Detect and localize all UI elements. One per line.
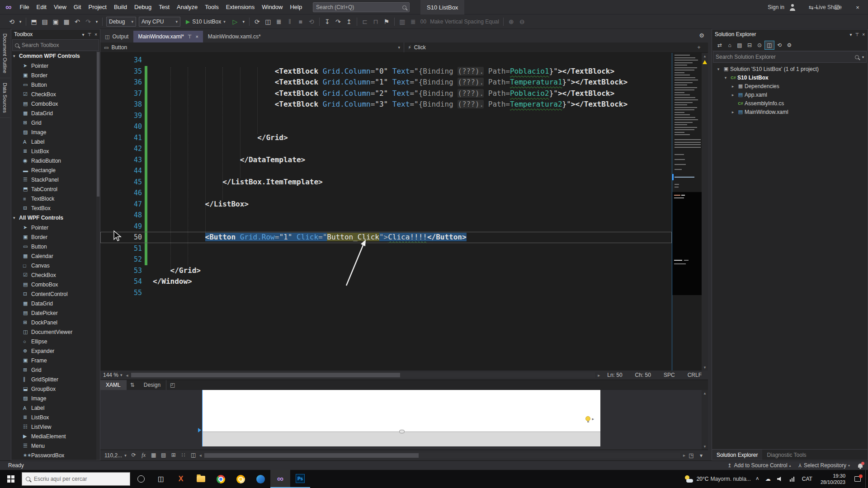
show-all-files-icon[interactable]: ⊙ bbox=[755, 41, 764, 50]
toolbox-item-stackpanel[interactable]: ☰StackPanel bbox=[11, 175, 100, 184]
code-line[interactable]: 35 <TextBlock Grid.Column="0" Text="{Bin… bbox=[100, 66, 672, 77]
find-in-files-icon[interactable]: ≣ bbox=[274, 16, 284, 27]
user-avatar-icon[interactable] bbox=[789, 4, 796, 11]
toolbox-item-textblock[interactable]: ≡TextBlock bbox=[11, 194, 100, 203]
tab-design[interactable]: Design bbox=[138, 380, 166, 390]
run-dropdown-icon[interactable]: ▾ bbox=[241, 16, 246, 27]
chevron-down-icon[interactable]: ▾ bbox=[82, 32, 84, 37]
toolbox-item-combobox[interactable]: ▤ComboBox bbox=[11, 280, 100, 289]
toolbox-item-datepicker[interactable]: ▤DatePicker bbox=[11, 308, 100, 318]
open-file-icon[interactable]: ▤ bbox=[40, 16, 50, 27]
toolbox-item-listbox[interactable]: ≣ListBox bbox=[11, 413, 100, 422]
navigation-dropdown-icon[interactable]: ▾ bbox=[18, 16, 23, 27]
bookmark-icon[interactable]: ⚑ bbox=[382, 16, 392, 27]
lightbulb-action[interactable]: ▸ bbox=[585, 416, 594, 421]
collapse-all-icon[interactable]: ⊟ bbox=[745, 41, 755, 50]
menu-git[interactable]: Git bbox=[70, 0, 85, 14]
onedrive-cloud-icon[interactable]: ☁ bbox=[765, 476, 771, 482]
start-debugging-button[interactable]: ▶S10 ListBox▾ bbox=[183, 17, 228, 27]
hot-reload-icon[interactable]: ⟳ bbox=[252, 16, 262, 27]
start-button[interactable] bbox=[0, 470, 22, 488]
close-button[interactable]: × bbox=[847, 0, 868, 14]
toolbox-search-box[interactable] bbox=[12, 39, 99, 51]
pause-icon[interactable]: ‖ bbox=[285, 16, 295, 27]
toolbox-item-label[interactable]: ALabel bbox=[11, 137, 100, 146]
side-tab-data-sources[interactable]: Data Sources bbox=[0, 78, 10, 118]
toolbox-item-listbox[interactable]: ≣ListBox bbox=[11, 146, 100, 156]
undo-dropdown-icon[interactable]: ▾ bbox=[94, 16, 99, 27]
menu-analyze[interactable]: Analyze bbox=[173, 0, 201, 14]
toolbox-item-checkbox[interactable]: ☑CheckBox bbox=[11, 270, 100, 280]
designer-horizontal-scrollbar[interactable] bbox=[204, 453, 680, 458]
breakpoint-margin[interactable] bbox=[100, 66, 114, 77]
toolbox-item-datagrid[interactable]: ▦DataGrid bbox=[11, 108, 100, 118]
breakpoint-margin[interactable] bbox=[100, 165, 114, 177]
toolbox-item-image[interactable]: ▨Image bbox=[11, 127, 100, 137]
toolbox-item-passwordbox[interactable]: ∗∗PasswordBox bbox=[11, 450, 100, 460]
code-line[interactable]: 54</Window> bbox=[100, 276, 672, 287]
toolbox-item-groupbox[interactable]: ⬓GroupBox bbox=[11, 384, 100, 394]
settings-icon[interactable]: ⚙ bbox=[784, 41, 794, 50]
file-explorer-button[interactable] bbox=[191, 470, 211, 488]
members-dropdown[interactable]: ⚡ Click + bbox=[404, 42, 708, 52]
restart-icon[interactable]: ⟲ bbox=[307, 16, 316, 27]
swap-panes-icon[interactable]: ⇅ bbox=[127, 382, 138, 388]
code-line[interactable]: 34 bbox=[100, 55, 672, 66]
step-over-icon[interactable]: ↷ bbox=[333, 16, 343, 27]
code-line[interactable]: 55 bbox=[100, 287, 672, 299]
menu-extensions[interactable]: Extensions bbox=[222, 0, 259, 14]
code-line[interactable]: 38 <TextBlock Grid.Column="3" Text="{Bin… bbox=[100, 99, 672, 110]
design-button-preview[interactable] bbox=[203, 432, 600, 446]
snap-lines-icon[interactable]: ∷ bbox=[179, 452, 188, 459]
toolbox-item-frame[interactable]: ▣Frame bbox=[11, 356, 100, 365]
toolbox-item-datagrid[interactable]: ▦DataGrid bbox=[11, 299, 100, 308]
toolbox-item-border[interactable]: ▣Border bbox=[11, 232, 100, 242]
navigate-backward-icon[interactable]: ⟲ bbox=[7, 16, 17, 27]
align-tops-icon[interactable]: ⊓ bbox=[371, 16, 381, 27]
output-window-icon[interactable]: ◫ bbox=[263, 16, 273, 27]
save-icon[interactable]: ▣ bbox=[51, 16, 61, 27]
code-line[interactable]: 36 <TextBlock Grid.Column="1" Text="{Bin… bbox=[100, 77, 672, 88]
close-icon[interactable]: × bbox=[94, 32, 97, 37]
code-line[interactable]: 42 bbox=[100, 143, 672, 155]
breakpoint-margin[interactable] bbox=[100, 143, 114, 155]
expander-icon[interactable]: ▾ bbox=[722, 75, 729, 80]
toolbox-item-image[interactable]: ▨Image bbox=[11, 394, 100, 403]
expander-icon[interactable]: ▾ bbox=[715, 67, 722, 71]
device-preview-icon[interactable]: ◫ bbox=[189, 452, 198, 459]
preview-selected-items-icon[interactable]: ◫ bbox=[764, 41, 774, 50]
tab-mainwindow-xaml-[interactable]: MainWindow.xaml*⊤× bbox=[133, 31, 203, 42]
breakpoint-margin[interactable] bbox=[100, 265, 114, 277]
code-line[interactable]: 47 </ListBox> bbox=[100, 199, 672, 210]
align-lefts-icon[interactable]: ⊏ bbox=[360, 16, 370, 27]
code-line[interactable]: 41 </Grid> bbox=[100, 132, 672, 144]
panel-tab-diagnostic-tools[interactable]: Diagnostic Tools bbox=[762, 450, 811, 460]
expander-icon[interactable]: ▸ bbox=[729, 84, 736, 89]
menu-view[interactable]: View bbox=[50, 0, 70, 14]
visual-studio-button[interactable]: ∞ bbox=[270, 470, 290, 488]
scrollbar-thumb[interactable] bbox=[131, 373, 400, 377]
toolbox-item-pointer[interactable]: ➤Pointer bbox=[11, 61, 100, 70]
grid-row-handle[interactable] bbox=[399, 430, 405, 433]
pending-changes-icon[interactable]: ▤ bbox=[735, 41, 745, 50]
code-line[interactable]: 53 </Grid> bbox=[100, 265, 672, 277]
step-out-icon[interactable]: ↥ bbox=[344, 16, 354, 27]
scroll-down-icon[interactable]: ▾ bbox=[702, 365, 708, 370]
designer-zoom-dropdown[interactable]: 110,2... ▾ bbox=[102, 452, 129, 459]
side-tab-document-outline[interactable]: Document Outline bbox=[0, 29, 10, 78]
designer-vertical-scrollbar[interactable]: ▴ ▾ bbox=[702, 390, 708, 450]
tab-mainwindow-xaml-cs-[interactable]: MainWindow.xaml.cs* bbox=[203, 31, 265, 42]
tree-item-assemblyinfo-cs[interactable]: C#AssemblyInfo.cs bbox=[712, 99, 868, 108]
breakpoint-margin[interactable] bbox=[100, 188, 114, 199]
toolbox-item-ellipse[interactable]: ○Ellipse bbox=[11, 337, 100, 346]
cortana-button[interactable] bbox=[131, 470, 151, 488]
taskbar-search-input[interactable] bbox=[34, 476, 126, 482]
code-line[interactable]: 44 bbox=[100, 165, 672, 177]
code-line[interactable]: 49 bbox=[100, 221, 672, 232]
refresh-designer-icon[interactable]: ⟳ bbox=[129, 452, 138, 459]
menu-tools[interactable]: Tools bbox=[201, 0, 222, 14]
toolbox-item-textbox[interactable]: ⊟TextBox bbox=[11, 203, 100, 213]
toolbox-search-input[interactable] bbox=[22, 42, 96, 48]
breakpoint-margin[interactable] bbox=[100, 210, 114, 221]
code-line[interactable]: 52 bbox=[100, 254, 672, 265]
